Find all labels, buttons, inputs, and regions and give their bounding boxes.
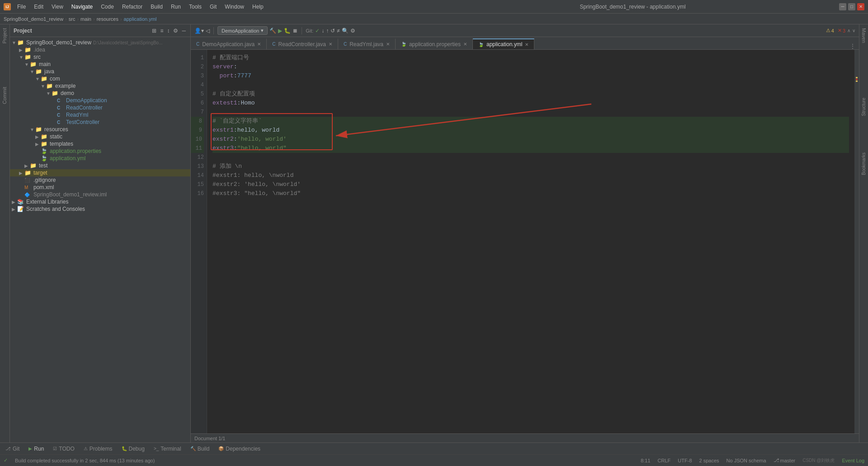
expand-chevron[interactable]: ∧ — [847, 28, 850, 33]
tree-gitignore[interactable]: ⬛ .gitignore — [10, 176, 190, 184]
menu-run[interactable]: Run — [167, 3, 184, 11]
bottom-tab-todo[interactable]: ☑ TODO — [51, 446, 76, 452]
tree-idea[interactable]: ▶ 📁 .idea — [10, 46, 190, 53]
breadcrumb-project[interactable]: SpringBoot_demo1_review — [4, 16, 63, 22]
maven-label[interactable]: Maven — [861, 28, 867, 43]
tree-read-controller[interactable]: C ReadController — [10, 104, 190, 111]
tree-src[interactable]: ▼ 📁 src — [10, 53, 190, 61]
breadcrumb-file[interactable]: application.yml — [124, 16, 157, 22]
panel-expand-icon[interactable]: ⊞ — [151, 27, 157, 35]
git-checkmark[interactable]: ✓ — [315, 28, 320, 34]
tree-root[interactable]: ▼ 📁 SpringBoot_demo1_review D:\Java\code… — [10, 39, 190, 46]
panel-sort-icon[interactable]: ↕ — [166, 27, 170, 35]
menu-code[interactable]: Code — [97, 3, 118, 11]
collapse-chevron[interactable]: ∨ — [852, 28, 855, 33]
errors-indicator[interactable]: ✕3 — [838, 28, 845, 33]
tree-test[interactable]: ▶ 📁 test — [10, 162, 190, 169]
tree-main[interactable]: ▼ 📁 main — [10, 61, 190, 68]
tree-pom[interactable]: M pom.xml — [10, 184, 190, 191]
tab-read-yml[interactable]: C ReadYml.java ✕ — [338, 38, 396, 49]
status-encoding[interactable]: UTF-8 — [678, 458, 692, 463]
status-git-branch[interactable]: ⎇ master — [774, 457, 796, 463]
tab-app-properties[interactable]: 🍃 application.properties ✕ — [396, 38, 473, 49]
status-indent[interactable]: 2 spaces — [699, 458, 719, 463]
menu-view[interactable]: View — [48, 3, 67, 11]
debug-button[interactable]: 🐛 — [284, 28, 291, 34]
bottom-tab-run[interactable]: ▶ Run — [27, 446, 46, 452]
document-info-bar: Document 1/1 — [191, 433, 859, 442]
menu-git[interactable]: Git — [206, 3, 220, 11]
git-push[interactable]: ↑ — [326, 28, 329, 34]
tab-read-controller[interactable]: C ReadController.java ✕ — [267, 38, 338, 49]
build-button[interactable]: 🔨 — [269, 28, 276, 34]
menu-window[interactable]: Window — [221, 3, 248, 11]
git-revert[interactable]: ↺ — [330, 28, 335, 34]
close-button[interactable]: ✕ — [857, 3, 864, 10]
panel-settings-icon[interactable]: ⚙ — [172, 27, 179, 35]
git-diff[interactable]: ≠ — [337, 28, 340, 34]
menu-refactor[interactable]: Refactor — [118, 3, 146, 11]
tree-java[interactable]: ▼ 📁 java — [10, 68, 190, 75]
breadcrumb-resources[interactable]: resources — [97, 16, 118, 22]
tree-demo-application[interactable]: C DemoApplication — [10, 97, 190, 104]
bottom-tab-problems[interactable]: ⚠ Problems — [82, 446, 114, 452]
tree-read-yml[interactable]: C ReadYml — [10, 111, 190, 119]
editor-scrollbar[interactable] — [854, 50, 859, 433]
back-button[interactable]: ◁ — [206, 28, 210, 34]
warnings-indicator[interactable]: ⚠4 — [826, 28, 834, 33]
tree-app-yml[interactable]: 🍃 application.yml — [10, 155, 190, 162]
bookmarks-label[interactable]: Bookmarks — [859, 149, 868, 179]
menu-file[interactable]: File — [14, 3, 29, 11]
structure-label[interactable]: Structure — [859, 94, 868, 120]
tree-example[interactable]: ▼ 📁 example — [10, 82, 190, 90]
code-line-3: port: 7777 — [212, 71, 849, 81]
git-update[interactable]: ↓ — [321, 28, 324, 34]
menu-help[interactable]: Help — [249, 3, 267, 11]
panel-collapse-icon[interactable]: ≡ — [159, 27, 164, 35]
code-line-11: exstr3: "hello, world" — [212, 144, 849, 153]
tree-resources[interactable]: ▼ 📁 resources — [10, 126, 190, 133]
maximize-button[interactable]: □ — [848, 3, 855, 10]
event-log[interactable]: Event Log — [842, 458, 864, 463]
bottom-tab-debug[interactable]: 🐛 Debug — [120, 446, 146, 452]
project-panel-label[interactable]: Project — [0, 24, 9, 47]
menu-tools[interactable]: Tools — [185, 3, 205, 11]
tab-app-yml[interactable]: 🍃 application.yml ✕ — [473, 38, 534, 49]
settings-button[interactable]: ⚙ — [350, 28, 355, 34]
run-config-selector[interactable]: DemoApplication ▾ — [217, 26, 268, 35]
breadcrumb-main[interactable]: main — [80, 16, 91, 22]
user-icon[interactable]: 👤▾ — [194, 28, 204, 34]
menu-build[interactable]: Build — [147, 3, 166, 11]
status-line-sep[interactable]: CRLF — [658, 458, 671, 463]
minimize-button[interactable]: ─ — [839, 3, 846, 10]
bottom-tab-git[interactable]: ⎇ Git — [4, 446, 21, 452]
tree-demo[interactable]: ▼ 📁 demo — [10, 90, 190, 97]
tree-target[interactable]: ▶ 📁 target — [10, 169, 190, 176]
tab-demo-application[interactable]: C DemoApplication.java ✕ — [191, 38, 267, 49]
bottom-tab-dependencies[interactable]: 📦 Dependencies — [217, 446, 262, 452]
tab-overflow-menu[interactable]: ⋮ — [846, 43, 859, 49]
panel-close-icon[interactable]: ─ — [181, 27, 187, 35]
tree-iml[interactable]: 🔷 SpringBoot_demo1_review.iml — [10, 191, 190, 198]
code-editor[interactable]: 12345 678 9 10 11 1213141516 # 配置端口号 ser… — [191, 50, 859, 433]
status-position[interactable]: 8:11 — [641, 458, 650, 463]
bottom-tab-build[interactable]: 🔨 Build — [189, 446, 212, 452]
menu-navigate[interactable]: Navigate — [68, 3, 96, 11]
tree-external-libraries[interactable]: ▶ 📚 External Libraries — [10, 198, 190, 205]
search-button[interactable]: 🔍 — [342, 28, 349, 34]
commit-panel-label[interactable]: Commit — [0, 83, 9, 108]
tree-com[interactable]: ▼ 📁 com — [10, 75, 190, 82]
code-content[interactable]: # 配置端口号 server: port: 7777 # 自定义配置项 — [207, 50, 854, 433]
run-button[interactable]: ▶ — [278, 28, 282, 34]
tree-app-properties[interactable]: 🍃 application.properties — [10, 147, 190, 155]
project-header: Project ⊞ ≡ ↕ ⚙ ─ — [10, 24, 190, 37]
menu-edit[interactable]: Edit — [30, 3, 47, 11]
tree-templates[interactable]: ▶ 📁 templates — [10, 140, 190, 147]
stop-button[interactable]: ⏹ — [292, 28, 298, 34]
status-schema[interactable]: No JSON schema — [726, 458, 766, 463]
tree-static[interactable]: ▶ 📁 static — [10, 133, 190, 140]
tree-scratches[interactable]: ▶ 📝 Scratches and Consoles — [10, 205, 190, 213]
tree-test-controller[interactable]: C TestController — [10, 119, 190, 126]
bottom-tab-terminal[interactable]: >_ Terminal — [152, 446, 183, 452]
breadcrumb-src[interactable]: src — [69, 16, 75, 22]
